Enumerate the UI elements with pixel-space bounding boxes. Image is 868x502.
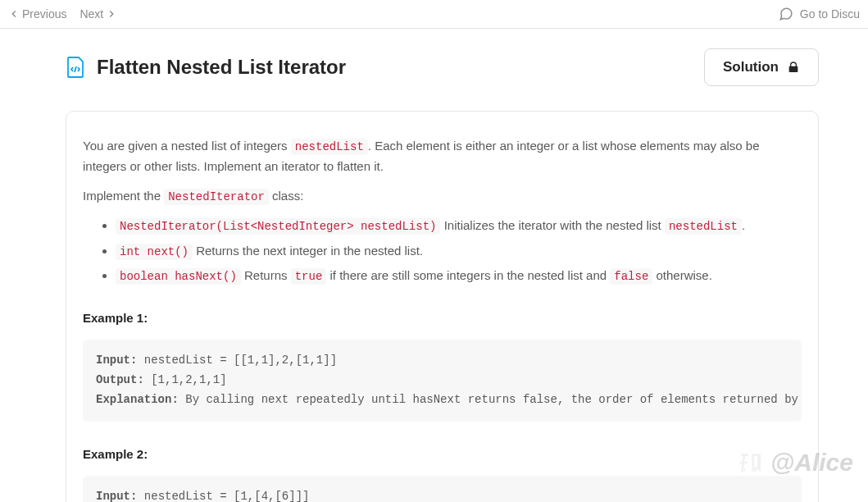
example-1-block: Input: nestedList = [[1,1],2,[1,1]] Outp… bbox=[83, 340, 802, 421]
content-card: You are given a nested list of integers … bbox=[66, 111, 819, 502]
top-nav: Previous Next Go to Discu bbox=[0, 0, 868, 29]
code-nestediterator: NestedIterator bbox=[164, 189, 269, 205]
solution-label: Solution bbox=[723, 59, 779, 75]
discuss-link[interactable]: Go to Discu bbox=[779, 5, 860, 23]
comment-icon bbox=[779, 7, 793, 21]
title-wrap: Flatten Nested List Iterator bbox=[66, 52, 346, 83]
chevron-right-icon bbox=[106, 8, 117, 20]
code-constructor: NestedIterator(List<NestedInteger> neste… bbox=[116, 218, 440, 235]
paragraph-intro: You are given a nested list of integers … bbox=[83, 136, 802, 176]
code-hasnext: boolean hasNext() bbox=[116, 268, 241, 285]
next-label: Next bbox=[80, 5, 103, 23]
example-2-label: Example 2: bbox=[83, 445, 802, 464]
code-nestedlist: nestedList bbox=[291, 139, 368, 155]
code-true: true bbox=[291, 268, 327, 285]
code-param: nestedList bbox=[665, 218, 742, 235]
lock-icon bbox=[787, 61, 800, 74]
page-title: Flatten Nested List Iterator bbox=[97, 52, 346, 83]
solution-button[interactable]: Solution bbox=[704, 48, 819, 86]
paragraph-implement: Implement the NestedIterator class: bbox=[83, 186, 802, 206]
list-item: NestedIterator(List<NestedInteger> neste… bbox=[116, 216, 802, 235]
prev-label: Previous bbox=[22, 5, 66, 23]
main-container: Flatten Nested List Iterator Solution Yo… bbox=[0, 48, 868, 502]
chevron-left-icon bbox=[8, 8, 20, 20]
code-next: int next() bbox=[116, 244, 193, 260]
code-file-icon bbox=[66, 56, 85, 79]
discuss-label: Go to Discu bbox=[800, 5, 860, 23]
code-false: false bbox=[610, 268, 652, 285]
example-1-label: Example 1: bbox=[83, 308, 802, 328]
prev-link[interactable]: Previous bbox=[8, 5, 66, 23]
list-item: boolean hasNext() Returns true if there … bbox=[116, 266, 802, 285]
example-2-block: Input: nestedList = [1,[4,[6]]] Output: … bbox=[83, 476, 802, 502]
list-item: int next() Returns the next integer in t… bbox=[116, 241, 802, 261]
nav-left: Previous Next bbox=[8, 5, 117, 23]
next-link[interactable]: Next bbox=[80, 5, 117, 23]
method-list: NestedIterator(List<NestedInteger> neste… bbox=[83, 216, 802, 285]
header-row: Flatten Nested List Iterator Solution bbox=[66, 48, 819, 86]
svg-line-0 bbox=[75, 66, 76, 72]
